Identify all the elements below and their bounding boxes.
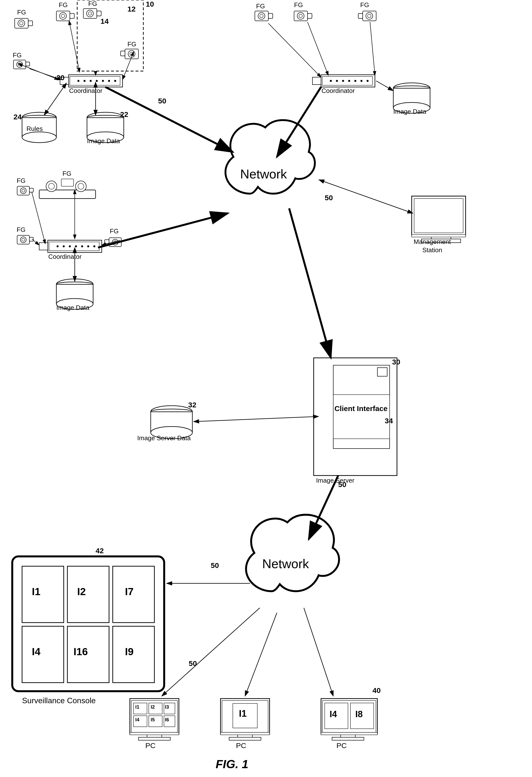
svg-point-108	[260, 14, 263, 18]
num-50-4: 50	[211, 561, 219, 570]
svg-point-134	[78, 183, 84, 189]
svg-line-153	[245, 613, 277, 696]
svg-rect-102	[13, 60, 26, 69]
svg-point-124	[22, 238, 25, 241]
svg-point-22	[56, 245, 58, 247]
svg-rect-125	[29, 237, 33, 241]
svg-point-26	[81, 245, 83, 247]
svg-point-27	[87, 245, 89, 247]
pc1-label-i5: I5	[151, 717, 155, 723]
fg-label-3: FG	[88, 0, 97, 8]
pc-label-1: PC	[145, 742, 156, 750]
svg-line-152	[162, 608, 260, 696]
svg-point-103	[17, 62, 22, 68]
svg-rect-110	[294, 11, 307, 21]
svg-line-144	[277, 87, 321, 157]
svg-rect-45	[314, 358, 397, 475]
svg-point-96	[88, 12, 92, 15]
fg-label-6: FG	[256, 2, 265, 10]
svg-point-127	[112, 239, 118, 245]
fg-label-2: FG	[59, 1, 68, 9]
svg-point-116	[368, 14, 371, 18]
svg-rect-11	[322, 77, 373, 85]
svg-point-17	[361, 80, 363, 82]
coordinator-label-1: Coordinator	[69, 87, 103, 95]
svg-rect-118	[17, 186, 29, 195]
svg-line-142	[105, 87, 233, 152]
fg-label-9: FG	[62, 170, 71, 178]
pc-label-3: PC	[337, 742, 347, 750]
svg-rect-93	[70, 13, 74, 18]
pc1-label-i2: I2	[151, 704, 155, 710]
svg-line-141	[44, 87, 64, 115]
svg-rect-78	[221, 733, 270, 735]
image-server-data-label: Image Server Data	[137, 434, 191, 442]
svg-rect-19	[312, 77, 321, 85]
coordinator-label-2: Coordinator	[321, 87, 355, 95]
svg-point-23	[63, 245, 65, 247]
num-50-2: 50	[325, 194, 333, 202]
svg-rect-84	[332, 737, 364, 740]
svg-rect-94	[83, 9, 97, 18]
svg-point-32	[22, 132, 56, 143]
client-interface-label: Client Interface	[334, 405, 388, 413]
svg-rect-48	[333, 395, 390, 439]
pc-label-2: PC	[236, 742, 246, 750]
num-50-5: 50	[189, 659, 197, 668]
svg-point-18	[367, 80, 369, 82]
svg-rect-126	[109, 238, 121, 247]
rules-label: Rules	[26, 125, 43, 133]
svg-line-160	[268, 23, 321, 77]
svg-rect-56	[68, 566, 109, 623]
svg-line-162	[370, 22, 375, 76]
svg-rect-21	[49, 242, 99, 251]
svg-point-5	[96, 80, 98, 82]
svg-line-164	[32, 239, 39, 245]
svg-point-12	[330, 80, 332, 82]
grid-cell-i1: I1	[32, 586, 40, 597]
fg-label-10: FG	[17, 177, 25, 185]
num-24: 24	[13, 113, 22, 121]
svg-point-33	[87, 112, 124, 123]
svg-rect-77	[229, 737, 261, 740]
svg-point-91	[59, 12, 66, 19]
num-34: 34	[385, 417, 393, 425]
figure-title: FIG. 1	[216, 757, 248, 771]
svg-rect-129	[105, 240, 109, 244]
image-data-label-1: Image Data	[87, 137, 120, 145]
svg-point-16	[354, 80, 356, 82]
svg-line-149	[193, 417, 314, 422]
svg-point-128	[114, 241, 117, 244]
num-10: 10	[146, 0, 154, 8]
svg-line-156	[70, 24, 80, 72]
svg-point-131	[46, 181, 57, 192]
cloud-2	[246, 515, 339, 591]
svg-point-28	[93, 245, 95, 247]
cloud-1	[226, 120, 315, 194]
svg-rect-130	[39, 190, 96, 199]
pc2-cell-i1: I1	[239, 708, 247, 719]
image-data-label-2: Image Data	[393, 108, 426, 115]
num-40: 40	[373, 686, 381, 695]
fg-label-7: FG	[294, 1, 303, 9]
svg-point-111	[297, 12, 304, 19]
svg-rect-86	[15, 18, 28, 28]
svg-rect-53	[412, 235, 466, 237]
num-14: 14	[101, 17, 109, 25]
svg-line-163	[32, 193, 45, 244]
svg-rect-109	[268, 13, 273, 18]
svg-rect-72	[130, 733, 179, 735]
svg-point-15	[348, 80, 350, 82]
num-32: 32	[188, 401, 196, 409]
image-data-label-3: Image Data	[56, 304, 89, 312]
num-20: 20	[56, 74, 64, 82]
pc3-cell-i8: I8	[355, 709, 363, 719]
svg-line-147	[323, 182, 413, 213]
grid-cell-i9: I9	[125, 646, 134, 658]
svg-rect-1	[70, 77, 120, 85]
surveillance-console-label: Surveillance Console	[22, 696, 96, 705]
svg-rect-114	[363, 11, 376, 21]
svg-rect-83	[341, 734, 355, 738]
svg-rect-40	[56, 284, 93, 304]
svg-rect-10	[321, 75, 375, 87]
